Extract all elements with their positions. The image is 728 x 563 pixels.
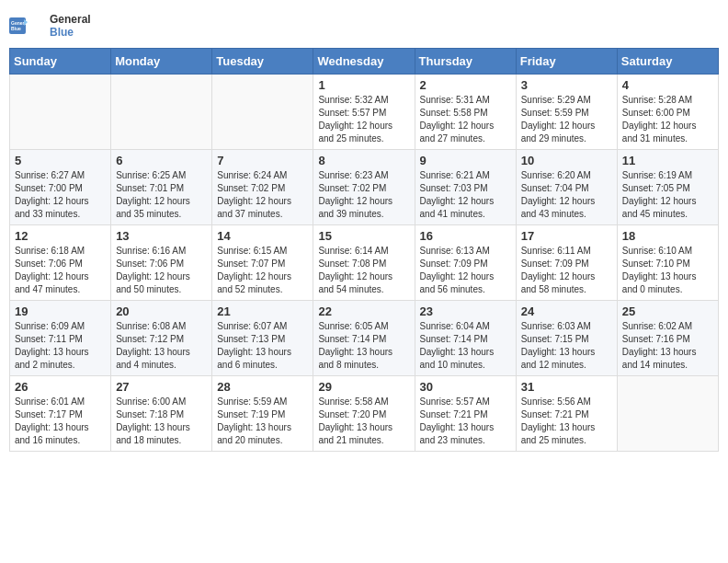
day-info: Sunrise: 6:19 AMSunset: 7:05 PMDaylight:…: [622, 169, 713, 221]
calendar-cell: 20Sunrise: 6:08 AMSunset: 7:12 PMDayligh…: [111, 301, 212, 376]
day-info: Sunrise: 6:00 AMSunset: 7:18 PMDaylight:…: [116, 396, 207, 447]
logo-svg: General Blue: [9, 9, 46, 42]
week-row-4: 19Sunrise: 6:09 AMSunset: 7:11 PMDayligh…: [10, 301, 719, 376]
day-number: 25: [622, 304, 713, 318]
day-info: Sunrise: 6:18 AMSunset: 7:06 PMDaylight:…: [15, 245, 106, 296]
weekday-header-row: SundayMondayTuesdayWednesdayThursdayFrid…: [10, 49, 719, 75]
day-info: Sunrise: 5:31 AMSunset: 5:58 PMDaylight:…: [420, 94, 511, 145]
week-row-5: 26Sunrise: 6:01 AMSunset: 7:17 PMDayligh…: [10, 376, 719, 452]
day-number: 31: [521, 380, 612, 394]
day-number: 10: [521, 154, 612, 167]
day-info: Sunrise: 5:57 AMSunset: 7:21 PMDaylight:…: [420, 396, 511, 447]
day-info: Sunrise: 6:25 AMSunset: 7:01 PMDaylight:…: [116, 169, 207, 221]
day-info: Sunrise: 6:09 AMSunset: 7:11 PMDaylight:…: [15, 320, 106, 372]
calendar-cell: 21Sunrise: 6:07 AMSunset: 7:13 PMDayligh…: [212, 301, 313, 376]
day-number: 19: [15, 304, 106, 318]
calendar-cell: [212, 75, 313, 150]
calendar-cell: 27Sunrise: 6:00 AMSunset: 7:18 PMDayligh…: [111, 376, 212, 452]
calendar-cell: 19Sunrise: 6:09 AMSunset: 7:11 PMDayligh…: [10, 301, 111, 376]
day-info: Sunrise: 6:04 AMSunset: 7:14 PMDaylight:…: [420, 320, 511, 372]
calendar-cell: 17Sunrise: 6:11 AMSunset: 7:09 PMDayligh…: [516, 225, 617, 301]
calendar-cell: 18Sunrise: 6:10 AMSunset: 7:10 PMDayligh…: [617, 225, 718, 301]
calendar-cell: 29Sunrise: 5:58 AMSunset: 7:20 PMDayligh…: [313, 376, 415, 452]
day-info: Sunrise: 6:16 AMSunset: 7:06 PMDaylight:…: [116, 245, 207, 296]
day-number: 15: [318, 229, 409, 243]
day-info: Sunrise: 5:32 AMSunset: 5:57 PMDaylight:…: [318, 94, 409, 145]
day-number: 9: [420, 154, 511, 167]
calendar-cell: 15Sunrise: 6:14 AMSunset: 7:08 PMDayligh…: [313, 225, 415, 301]
week-row-1: 1Sunrise: 5:32 AMSunset: 5:57 PMDaylight…: [10, 75, 719, 150]
weekday-header-sunday: Sunday: [10, 49, 111, 75]
day-number: 7: [217, 154, 308, 167]
logo: General Blue GeneralBlue: [9, 9, 91, 42]
calendar-cell: 23Sunrise: 6:04 AMSunset: 7:14 PMDayligh…: [415, 301, 516, 376]
calendar-cell: [10, 75, 111, 150]
day-info: Sunrise: 6:11 AMSunset: 7:09 PMDaylight:…: [521, 245, 612, 296]
day-number: 3: [521, 78, 612, 92]
day-number: 13: [116, 229, 207, 243]
calendar-cell: 14Sunrise: 6:15 AMSunset: 7:07 PMDayligh…: [212, 225, 313, 301]
calendar-cell: 16Sunrise: 6:13 AMSunset: 7:09 PMDayligh…: [415, 225, 516, 301]
calendar-cell: 25Sunrise: 6:02 AMSunset: 7:16 PMDayligh…: [617, 301, 718, 376]
week-row-2: 5Sunrise: 6:27 AMSunset: 7:00 PMDaylight…: [10, 150, 719, 225]
day-info: Sunrise: 6:10 AMSunset: 7:10 PMDaylight:…: [622, 245, 713, 296]
day-number: 8: [318, 154, 409, 167]
calendar-cell: [111, 75, 212, 150]
calendar-cell: 1Sunrise: 5:32 AMSunset: 5:57 PMDaylight…: [313, 75, 415, 150]
calendar-cell: 5Sunrise: 6:27 AMSunset: 7:00 PMDaylight…: [10, 150, 111, 225]
day-info: Sunrise: 6:23 AMSunset: 7:02 PMDaylight:…: [318, 169, 409, 221]
calendar-cell: 31Sunrise: 5:56 AMSunset: 7:21 PMDayligh…: [516, 376, 617, 452]
week-row-3: 12Sunrise: 6:18 AMSunset: 7:06 PMDayligh…: [10, 225, 719, 301]
day-number: 12: [15, 229, 106, 243]
day-info: Sunrise: 5:56 AMSunset: 7:21 PMDaylight:…: [521, 396, 612, 447]
day-number: 11: [622, 154, 713, 167]
day-number: 26: [15, 380, 106, 394]
day-info: Sunrise: 6:05 AMSunset: 7:14 PMDaylight:…: [318, 320, 409, 372]
weekday-header-monday: Monday: [111, 49, 212, 75]
day-info: Sunrise: 6:13 AMSunset: 7:09 PMDaylight:…: [420, 245, 511, 296]
calendar-cell: 9Sunrise: 6:21 AMSunset: 7:03 PMDaylight…: [415, 150, 516, 225]
day-number: 14: [217, 229, 308, 243]
weekday-header-thursday: Thursday: [415, 49, 516, 75]
calendar-cell: 8Sunrise: 6:23 AMSunset: 7:02 PMDaylight…: [313, 150, 415, 225]
calendar-cell: 11Sunrise: 6:19 AMSunset: 7:05 PMDayligh…: [617, 150, 718, 225]
logo-text: GeneralBlue: [50, 13, 91, 39]
calendar-table: SundayMondayTuesdayWednesdayThursdayFrid…: [9, 48, 719, 452]
calendar-cell: [617, 376, 718, 452]
calendar-cell: 6Sunrise: 6:25 AMSunset: 7:01 PMDaylight…: [111, 150, 212, 225]
day-number: 29: [318, 380, 409, 394]
calendar-cell: 12Sunrise: 6:18 AMSunset: 7:06 PMDayligh…: [10, 225, 111, 301]
day-info: Sunrise: 6:01 AMSunset: 7:17 PMDaylight:…: [15, 396, 106, 447]
day-number: 1: [318, 78, 409, 92]
day-number: 17: [521, 229, 612, 243]
day-info: Sunrise: 5:29 AMSunset: 5:59 PMDaylight:…: [521, 94, 612, 145]
calendar-cell: 28Sunrise: 5:59 AMSunset: 7:19 PMDayligh…: [212, 376, 313, 452]
day-info: Sunrise: 5:28 AMSunset: 6:00 PMDaylight:…: [622, 94, 713, 145]
calendar-cell: 3Sunrise: 5:29 AMSunset: 5:59 PMDaylight…: [516, 75, 617, 150]
weekday-header-wednesday: Wednesday: [313, 49, 415, 75]
weekday-header-friday: Friday: [516, 49, 617, 75]
header: General Blue GeneralBlue: [9, 9, 719, 42]
day-info: Sunrise: 6:08 AMSunset: 7:12 PMDaylight:…: [116, 320, 207, 372]
day-number: 28: [217, 380, 308, 394]
day-info: Sunrise: 6:14 AMSunset: 7:08 PMDaylight:…: [318, 245, 409, 296]
day-number: 6: [116, 154, 207, 167]
day-number: 20: [116, 304, 207, 318]
calendar-cell: 10Sunrise: 6:20 AMSunset: 7:04 PMDayligh…: [516, 150, 617, 225]
day-info: Sunrise: 5:59 AMSunset: 7:19 PMDaylight:…: [217, 396, 308, 447]
day-info: Sunrise: 6:20 AMSunset: 7:04 PMDaylight:…: [521, 169, 612, 221]
day-number: 30: [420, 380, 511, 394]
weekday-header-tuesday: Tuesday: [212, 49, 313, 75]
day-info: Sunrise: 6:07 AMSunset: 7:13 PMDaylight:…: [217, 320, 308, 372]
day-number: 22: [318, 304, 409, 318]
day-info: Sunrise: 6:02 AMSunset: 7:16 PMDaylight:…: [622, 320, 713, 372]
day-number: 21: [217, 304, 308, 318]
day-info: Sunrise: 6:27 AMSunset: 7:00 PMDaylight:…: [15, 169, 106, 221]
day-number: 5: [15, 154, 106, 167]
day-number: 24: [521, 304, 612, 318]
day-number: 23: [420, 304, 511, 318]
day-info: Sunrise: 6:21 AMSunset: 7:03 PMDaylight:…: [420, 169, 511, 221]
calendar-cell: 24Sunrise: 6:03 AMSunset: 7:15 PMDayligh…: [516, 301, 617, 376]
day-number: 2: [420, 78, 511, 92]
day-info: Sunrise: 6:03 AMSunset: 7:15 PMDaylight:…: [521, 320, 612, 372]
